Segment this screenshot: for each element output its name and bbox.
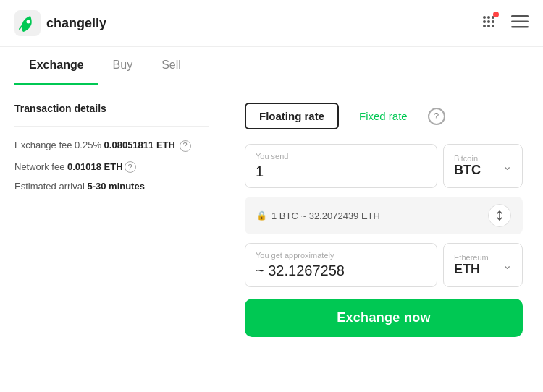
to-currency-chevron: ⌄	[502, 258, 512, 272]
rate-help-btn[interactable]: ?	[428, 108, 445, 125]
estimated-label: Estimated arrival	[14, 181, 85, 192]
header-right	[481, 14, 529, 33]
svg-point-5	[483, 20, 486, 23]
right-panel: Floating rate Fixed rate ? You send Bitc…	[224, 85, 543, 392]
tab-buy[interactable]: Buy	[98, 47, 148, 85]
svg-point-10	[492, 25, 494, 27]
exchange-fee-value: 0.08051811 ETH	[104, 140, 175, 150]
app-header: changelly	[0, 0, 543, 47]
network-fee-row: Network fee 0.01018 ETH?	[14, 160, 209, 174]
from-currency-code: BTC	[454, 163, 481, 178]
get-input[interactable]	[256, 263, 426, 279]
from-currency-label: Bitcoin	[454, 154, 481, 163]
rate-bar: 🔒 1 BTC ~ 32.2072439 ETH	[245, 197, 523, 234]
notification-dot	[493, 12, 499, 17]
to-currency-label: Ethereum	[454, 253, 489, 262]
swap-icon	[494, 210, 505, 221]
from-currency-chevron: ⌄	[502, 159, 512, 173]
get-row: You get approximately Ethereum ETH ⌄	[245, 243, 523, 287]
svg-point-7	[492, 20, 494, 23]
main-tabs: Exchange Buy Sell	[0, 47, 543, 85]
svg-rect-13	[511, 26, 529, 28]
floating-rate-btn[interactable]: Floating rate	[245, 103, 339, 129]
lock-icon: 🔒	[256, 210, 267, 221]
tab-exchange[interactable]: Exchange	[14, 47, 98, 85]
from-currency-info: Bitcoin BTC	[454, 154, 481, 178]
hamburger-lines	[511, 15, 529, 28]
from-currency-selector[interactable]: Bitcoin BTC ⌄	[443, 144, 523, 188]
transaction-details-title: Transaction details	[14, 103, 209, 114]
svg-point-2	[483, 16, 486, 19]
to-currency-info: Ethereum ETH	[454, 253, 489, 277]
svg-point-6	[487, 20, 490, 23]
tab-sell[interactable]: Sell	[147, 47, 195, 85]
svg-point-9	[487, 25, 490, 27]
send-input-group: You send	[245, 144, 437, 188]
exchange-now-button[interactable]: Exchange now	[245, 299, 523, 337]
rate-value: 1 BTC ~ 32.2072439 ETH	[272, 210, 380, 221]
grid-icon-wrapper[interactable]	[481, 14, 497, 33]
svg-rect-12	[511, 21, 529, 23]
rate-text-area: 🔒 1 BTC ~ 32.2072439 ETH	[256, 210, 380, 221]
exchange-fee-row: Exchange fee 0.25% 0.08051811 ETH ?	[14, 138, 209, 153]
svg-point-1	[27, 20, 30, 24]
hamburger-icon[interactable]	[511, 15, 529, 31]
logo-icon	[14, 10, 41, 36]
to-currency-selector[interactable]: Ethereum ETH ⌄	[443, 243, 523, 287]
exchange-fee-label: Exchange fee 0.25%	[14, 140, 101, 150]
logo-area: changelly	[14, 10, 106, 36]
fixed-rate-btn[interactable]: Fixed rate	[345, 103, 422, 129]
swap-button[interactable]	[488, 204, 511, 227]
left-panel: Transaction details Exchange fee 0.25% 0…	[0, 85, 224, 392]
network-fee-value-text: 0.01018 ETH	[67, 161, 123, 172]
exchange-fee-help[interactable]: ?	[180, 140, 191, 152]
rate-toggle: Floating rate Fixed rate ?	[245, 103, 523, 129]
divider-1	[14, 126, 209, 127]
network-fee-label: Network fee	[14, 161, 64, 172]
estimated-arrival-row: Estimated arrival 5-30 minutes	[14, 181, 209, 192]
svg-point-3	[487, 16, 490, 19]
logo-text: changelly	[46, 16, 106, 31]
estimated-value: 5-30 minutes	[87, 181, 144, 192]
get-label: You get approximately	[256, 251, 426, 260]
network-fee-help[interactable]: ?	[125, 161, 136, 173]
get-input-group: You get approximately	[245, 243, 437, 287]
send-row: You send Bitcoin BTC ⌄	[245, 144, 523, 188]
main-content: Transaction details Exchange fee 0.25% 0…	[0, 85, 543, 392]
send-label: You send	[256, 152, 426, 161]
send-input[interactable]	[256, 163, 426, 180]
to-currency-code: ETH	[454, 262, 489, 277]
svg-rect-11	[511, 15, 529, 17]
svg-point-8	[483, 25, 486, 27]
